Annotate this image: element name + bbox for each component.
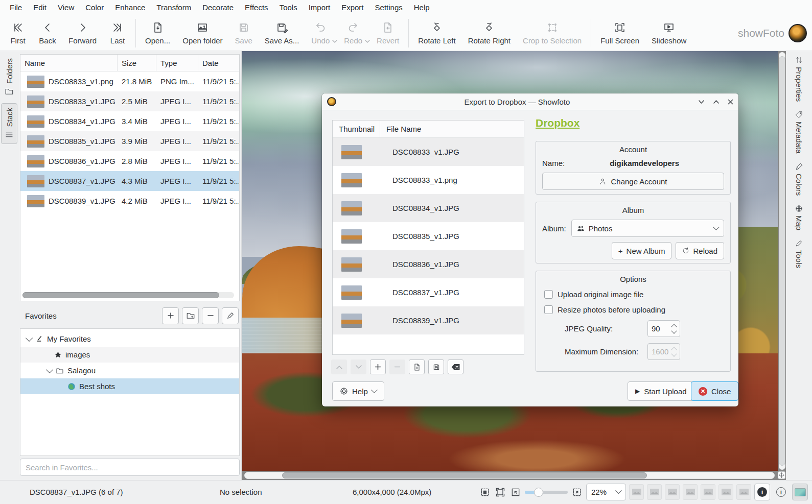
list-item[interactable]: DSC08833_v1.png xyxy=(333,166,524,194)
close-window-icon[interactable] xyxy=(728,99,733,105)
table-row[interactable]: DSC08833_v1.JPG 2.5 MiB JPEG I... 11/9/2… xyxy=(20,91,239,111)
search-input[interactable] xyxy=(26,463,234,472)
menu-tools[interactable]: Tools xyxy=(274,0,303,15)
last-button[interactable]: Last xyxy=(103,18,132,48)
menu-import[interactable]: Import xyxy=(303,0,336,15)
table-row[interactable]: DSC08833_v1.png 21.8 MiB PNG Im... 11/9/… xyxy=(20,71,239,91)
new-folder-button[interactable] xyxy=(182,307,199,324)
expand-arrow-icon[interactable] xyxy=(46,366,53,373)
canvas-hscrollbar[interactable] xyxy=(244,472,775,479)
undo-dropdown-arrow[interactable] xyxy=(332,39,338,43)
column-name[interactable]: Name xyxy=(20,55,118,71)
pan-button[interactable] xyxy=(778,471,785,479)
save-list-button[interactable] xyxy=(428,359,444,374)
image-canvas[interactable]: Export to Dropbox — Showfoto Thumbnail F… xyxy=(242,51,786,480)
zoom-expand-icon[interactable] xyxy=(571,486,583,498)
move-up-button[interactable] xyxy=(331,359,347,374)
table-row-selected[interactable]: DSC08837_v1.JPG 4.3 MiB JPEG I... 11/9/2… xyxy=(20,171,239,191)
add-item-button[interactable] xyxy=(370,359,386,374)
menu-view[interactable]: View xyxy=(52,0,80,15)
column-size[interactable]: Size xyxy=(118,55,156,71)
thumbbar-item-7[interactable] xyxy=(736,484,751,500)
remove-item-button[interactable] xyxy=(389,359,405,374)
full-screen-button[interactable]: Full Screen xyxy=(594,18,645,48)
add-favorite-button[interactable] xyxy=(162,307,179,324)
tree-item-salagou[interactable]: Salagou xyxy=(20,363,239,378)
zoom-slider[interactable] xyxy=(525,491,568,494)
rotate-left-button[interactable]: Rotate Left xyxy=(412,18,461,48)
zoom-fit-window-icon[interactable] xyxy=(494,486,506,498)
jpeg-quality-spinner[interactable]: 90 xyxy=(647,320,680,337)
thumbbar-item-6[interactable] xyxy=(718,484,733,500)
menu-export[interactable]: Export xyxy=(336,0,369,15)
upload-original-option[interactable]: Upload original image file xyxy=(536,283,730,299)
first-button[interactable]: First xyxy=(3,18,33,48)
slider-knob[interactable] xyxy=(534,488,543,497)
tree-item-my-favorites[interactable]: My Favorites xyxy=(20,331,239,347)
edit-favorite-button[interactable] xyxy=(222,307,239,324)
image-info-toggle[interactable]: i xyxy=(754,484,770,500)
remove-favorite-button[interactable] xyxy=(202,307,219,324)
album-select[interactable]: Photos xyxy=(571,220,724,237)
menu-color[interactable]: Color xyxy=(80,0,109,15)
save-button[interactable]: Save xyxy=(229,18,259,48)
column-date[interactable]: Date xyxy=(198,55,239,71)
move-down-button[interactable] xyxy=(351,359,366,374)
list-item[interactable]: DSC08837_v1.JPG xyxy=(333,278,524,306)
menu-edit[interactable]: Edit xyxy=(28,0,52,15)
menu-file[interactable]: File xyxy=(4,0,28,15)
favorites-search[interactable] xyxy=(20,459,240,476)
menu-enhance[interactable]: Enhance xyxy=(109,0,151,15)
list-item[interactable]: DSC08839_v1.JPG xyxy=(333,306,524,334)
open-folder-button[interactable]: Open folder xyxy=(176,18,228,48)
list-item[interactable]: DSC08833_v1.JPG xyxy=(333,138,524,166)
help-button[interactable]: Help xyxy=(332,381,384,401)
checkbox-upload-original[interactable] xyxy=(544,290,553,299)
table-row[interactable]: DSC08836_v1.JPG 2.8 MiB JPEG I... 11/9/2… xyxy=(20,151,239,171)
tab-tools[interactable]: Tools xyxy=(795,239,803,268)
menu-transform[interactable]: Transform xyxy=(151,0,197,15)
dialog-titlebar[interactable]: Export to Dropbox — Showfoto xyxy=(322,93,738,110)
load-list-button[interactable] xyxy=(409,359,425,374)
tree-item-images[interactable]: images xyxy=(20,347,239,363)
column-type[interactable]: Type xyxy=(156,55,198,71)
thumbbar-item-2[interactable] xyxy=(647,484,662,500)
tree-item-best-shots[interactable]: Best shots xyxy=(20,378,239,394)
new-album-button[interactable]: + New Album xyxy=(612,242,672,259)
clear-list-button[interactable] xyxy=(448,359,463,374)
thumbbar-item-4[interactable] xyxy=(683,484,698,500)
revert-button[interactable]: Revert xyxy=(370,18,405,48)
table-row[interactable]: DSC08835_v1.JPG 3.9 MiB JPEG I... 11/9/2… xyxy=(20,131,239,151)
list-item[interactable]: DSC08836_v1.JPG xyxy=(333,250,524,278)
table-row[interactable]: DSC08834_v1.JPG 3.4 MiB JPEG I... 11/9/2… xyxy=(20,111,239,131)
checkbox-resize[interactable] xyxy=(544,305,553,314)
resize-option[interactable]: Resize photos before uploading xyxy=(536,299,730,314)
scrollbar-thumb[interactable] xyxy=(22,292,219,298)
save-as-button[interactable]: Save As... xyxy=(259,18,306,48)
thumbbar-item-1[interactable] xyxy=(629,484,644,500)
tab-folders[interactable]: Folders xyxy=(1,54,17,100)
slideshow-button[interactable]: Slideshow xyxy=(645,18,692,48)
reload-button[interactable]: Reload xyxy=(676,242,724,259)
maximize-icon[interactable] xyxy=(713,100,720,104)
rollup-icon[interactable] xyxy=(698,100,705,104)
scrollbar-thumb[interactable] xyxy=(282,472,647,478)
tab-colors[interactable]: Colors xyxy=(795,163,803,196)
menu-effects[interactable]: Effects xyxy=(239,0,274,15)
list-item[interactable]: DSC08834_v1.JPG xyxy=(333,194,524,222)
canvas-vscrollbar[interactable] xyxy=(779,52,785,470)
file-list-hscrollbar[interactable] xyxy=(22,292,234,298)
column-file-name[interactable]: File Name xyxy=(380,121,421,137)
menu-help[interactable]: Help xyxy=(408,0,435,15)
back-button[interactable]: Back xyxy=(33,18,62,48)
menu-settings[interactable]: Settings xyxy=(369,0,408,15)
menu-decorate[interactable]: Decorate xyxy=(197,0,239,15)
thumbbar-item-5[interactable] xyxy=(701,484,715,500)
tab-properties[interactable]: Properties xyxy=(795,56,803,102)
tab-map[interactable]: Map xyxy=(795,205,803,230)
redo-dropdown-arrow[interactable] xyxy=(364,39,370,43)
start-upload-button[interactable]: ▶ Start Upload xyxy=(628,381,694,401)
rotate-right-button[interactable]: Rotate Right xyxy=(462,18,517,48)
tab-metadata[interactable]: Metadata xyxy=(795,111,803,154)
column-thumbnail[interactable]: Thumbnail xyxy=(333,121,380,137)
